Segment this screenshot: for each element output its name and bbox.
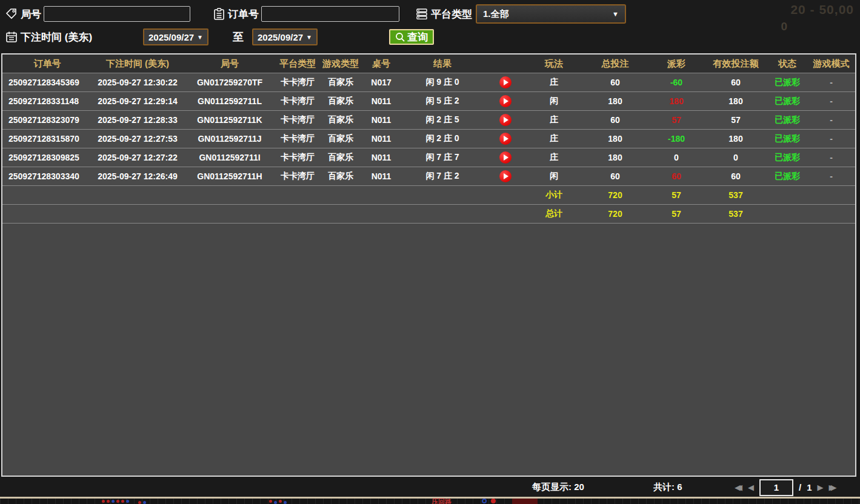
date-range-to-label: 至: [233, 30, 244, 44]
total-row: 总计 720 57 537: [2, 205, 855, 224]
bet-type: 闲: [526, 171, 582, 182]
search-button-label: 查询: [407, 30, 428, 44]
platform: 卡卡湾厅: [276, 96, 319, 107]
game-mode: -: [807, 78, 855, 87]
table-empty-area: [2, 224, 855, 476]
round-no: GN0112592711H: [183, 171, 276, 181]
game-type: 百家乐: [319, 133, 362, 144]
subtotal-total-bet: 720: [582, 190, 648, 200]
col-header: 下注时间 (美东): [92, 58, 183, 70]
order-no: 250927128309825: [2, 153, 92, 162]
status-badge: 已派彩: [767, 114, 807, 125]
payout: -60: [670, 78, 682, 87]
payout: -180: [668, 134, 685, 144]
bet-history-table: 订单号 下注时间 (美东) 局号 平台类型 游戏类型 桌号 结果 玩法 总投注 …: [1, 53, 856, 477]
bet-type: 庄: [526, 133, 582, 144]
play-icon[interactable]: [499, 133, 512, 145]
platform: 卡卡湾厅: [276, 171, 319, 182]
platform-type-label: 平台类型: [431, 7, 472, 21]
game-mode: -: [807, 134, 855, 144]
ghost-marker: [491, 499, 496, 503]
total-bet: 60: [582, 78, 648, 87]
round-number-input[interactable]: [44, 6, 190, 22]
clipboard-icon: [212, 7, 225, 21]
col-header: 派彩: [648, 58, 704, 70]
bet-time-label: 下注时间 (美东): [21, 30, 110, 44]
ghost-text: 20 - 50,00: [790, 2, 854, 17]
play-icon[interactable]: [499, 170, 512, 182]
table-no: N017: [362, 78, 400, 87]
status-badge: 已派彩: [767, 133, 807, 144]
ghost-text: 压回路: [432, 497, 452, 504]
col-header: 状态: [767, 58, 807, 70]
round-no: GN0112592711J: [183, 134, 276, 144]
round-no: GN0112592711L: [183, 96, 276, 106]
total-bet: 180: [582, 96, 648, 106]
game-type: 百家乐: [319, 114, 362, 125]
total-valid-bet: 537: [704, 209, 767, 219]
game-type: 百家乐: [319, 96, 362, 107]
order-number-label: 订单号: [228, 7, 259, 21]
payout: 60: [672, 171, 681, 181]
total-label: 总计: [526, 208, 582, 219]
result: 闲 9 庄 0: [400, 77, 485, 88]
payout: 180: [669, 96, 683, 106]
valid-bet: 57: [704, 115, 767, 125]
game-mode: -: [807, 115, 855, 125]
table-header-row: 订单号 下注时间 (美东) 局号 平台类型 游戏类型 桌号 结果 玩法 总投注 …: [2, 55, 855, 73]
page-number-input[interactable]: [759, 479, 793, 496]
next-page-icon[interactable]: ▶: [818, 483, 824, 492]
total-total-bet: 720: [582, 209, 648, 219]
valid-bet: 180: [704, 134, 767, 144]
order-no: 250927128331148: [2, 96, 92, 106]
payout: 57: [672, 115, 681, 125]
bet-type: 闲: [526, 96, 582, 107]
col-header: 玩法: [526, 58, 582, 70]
col-header: 结果: [400, 58, 485, 70]
date-to-picker[interactable]: 2025/09/27 ▼: [252, 28, 318, 45]
col-header: 总投注: [582, 58, 648, 70]
game-type: 百家乐: [319, 152, 362, 163]
platform: 卡卡湾厅: [276, 133, 319, 144]
play-icon[interactable]: [499, 151, 512, 164]
platform: 卡卡湾厅: [276, 152, 319, 163]
table-no: N011: [362, 115, 400, 125]
table-row: 250927128303340 2025-09-27 12:26:49 GN01…: [2, 167, 855, 186]
play-icon[interactable]: [499, 95, 512, 107]
total-bet: 180: [582, 153, 648, 162]
chevron-down-icon: ▼: [306, 34, 312, 41]
bet-type: 庄: [526, 114, 582, 125]
result: 闲 2 庄 5: [400, 114, 485, 125]
col-header: 游戏模式: [807, 58, 855, 70]
first-page-icon[interactable]: ◀◀: [735, 483, 742, 492]
bet-time: 2025-09-27 12:27:22: [92, 153, 183, 162]
table-no: N011: [362, 171, 400, 181]
filter-bar: 局号 订单号 平台类型 1.全部 ▼ 下注时间 (美东) 2025/09/27 …: [0, 0, 860, 53]
result: 闲 2 庄 0: [400, 133, 485, 144]
platform-type-value: 1.全部: [483, 8, 509, 20]
table-row: 250927128345369 2025-09-27 12:30:22 GN01…: [2, 73, 855, 92]
order-number-input[interactable]: [261, 6, 399, 22]
search-button[interactable]: 查询: [389, 29, 434, 45]
date-from-value: 2025/09/27: [148, 32, 194, 42]
status-badge: 已派彩: [767, 96, 807, 107]
bet-time: 2025-09-27 12:26:49: [92, 171, 183, 181]
date-from-picker[interactable]: 2025/09/27 ▼: [143, 28, 208, 45]
play-icon[interactable]: [499, 76, 512, 88]
page-size-label: 每页显示: 20: [532, 482, 584, 493]
bet-type: 庄: [526, 152, 582, 163]
play-icon[interactable]: [499, 114, 512, 126]
prev-page-icon[interactable]: ◀: [748, 483, 754, 492]
col-header: 有效投注额: [704, 58, 767, 70]
search-icon: [395, 32, 405, 42]
subtotal-payout: 57: [648, 190, 704, 200]
col-header: 订单号: [2, 58, 92, 70]
last-page-icon[interactable]: ▶▶: [829, 483, 837, 492]
platform-type-select[interactable]: 1.全部 ▼: [476, 4, 626, 24]
total-pages-label: 1: [807, 482, 812, 492]
table-row: 250927128309825 2025-09-27 12:27:22 GN01…: [2, 148, 855, 167]
total-payout: 57: [648, 209, 704, 219]
subtotal-label: 小计: [526, 190, 582, 201]
status-badge: 已派彩: [767, 171, 807, 182]
table-no: N011: [362, 134, 400, 144]
